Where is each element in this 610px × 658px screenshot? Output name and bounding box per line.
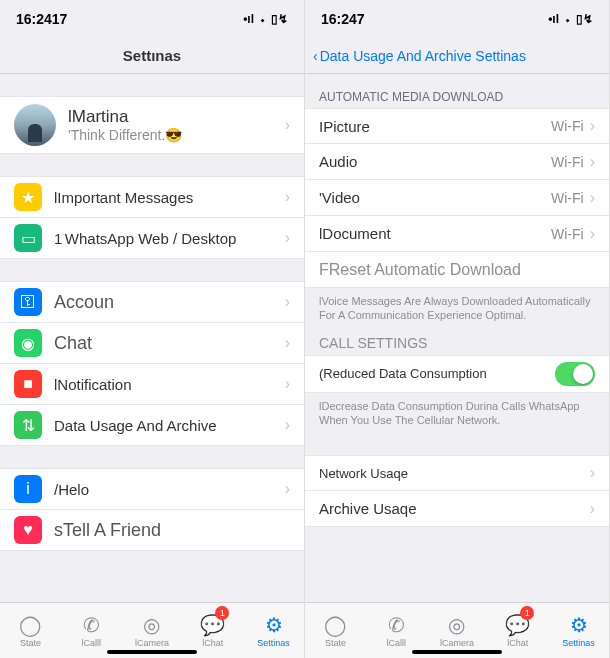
archive-usage-row[interactable]: Archive Usaqe › (305, 491, 609, 527)
row-label: (Reduced Data Consumption (319, 366, 555, 381)
tab-label: lCamera (440, 638, 474, 648)
row-value: Wi-Fi (551, 226, 584, 242)
camera-icon: ◎ (448, 614, 465, 636)
picture-row[interactable]: IPicture Wi-Fi › (305, 108, 609, 144)
row-label: Accoun (54, 292, 285, 313)
row-label: /Helo (54, 481, 285, 498)
account-row[interactable]: ⚿ Accoun › (0, 281, 304, 323)
tab-state[interactable]: ◯ State (305, 603, 366, 658)
chat-row[interactable]: ◉ Chat › (0, 323, 304, 364)
row-label: IPicture (319, 118, 551, 135)
chevron-right-icon: › (285, 293, 290, 311)
section-header-call: CALL SETTINGS (305, 329, 609, 355)
back-button[interactable]: ‹ Data Usage And Archive Settinas (313, 48, 526, 64)
row-value: Wi-Fi (551, 154, 584, 170)
chevron-right-icon: › (590, 153, 595, 171)
status-time: 16:2417 (16, 11, 67, 27)
nav-bar: ‹ Data Usage And Archive Settinas (305, 38, 609, 74)
network-usage-row[interactable]: Network Usaqe › (305, 455, 609, 491)
tab-label: Settinas (562, 638, 595, 648)
page-title: Settınas (123, 47, 181, 64)
chevron-right-icon: › (590, 189, 595, 207)
signal-icon: •ıl (548, 12, 559, 26)
row-label: 'Video (319, 189, 551, 206)
home-indicator[interactable] (107, 650, 197, 654)
chevron-right-icon: › (590, 117, 595, 135)
gear-icon: ⚙ (265, 614, 283, 636)
section-header-media: AUTOMATIC MEDIA DOWNLOAD (305, 84, 609, 108)
reduced-data-toggle[interactable] (555, 362, 595, 386)
info-icon: i (14, 475, 42, 503)
camera-icon: ◎ (143, 614, 160, 636)
tab-label: lChat (507, 638, 528, 648)
wifi-icon: ⬩ (564, 12, 571, 26)
chevron-right-icon: › (285, 229, 290, 247)
battery-icon: ▯↯ (576, 12, 593, 26)
signal-icon: •ıl (243, 12, 254, 26)
row-label: Archive Usaqe (319, 500, 590, 517)
status-indicators: •ıl ⬩ ▯↯ (243, 12, 288, 26)
key-icon: ⚿ (14, 288, 42, 316)
tab-label: lCamera (135, 638, 169, 648)
bell-icon: ■ (14, 370, 42, 398)
chevron-right-icon: › (285, 375, 290, 393)
tab-state[interactable]: ◯ State (0, 603, 61, 658)
chevron-right-icon: › (285, 334, 290, 352)
battery-icon: ▯↯ (271, 12, 288, 26)
nav-bar: Settınas (0, 38, 304, 74)
tab-settings[interactable]: ⚙ Settinas (243, 603, 304, 658)
important-messages-row[interactable]: ★ lImportant Messages › (0, 176, 304, 218)
status-bar: 16:247 •ıl ⬩ ▯↯ (305, 0, 609, 38)
chevron-right-icon: › (590, 464, 595, 482)
row-label: lNotification (54, 376, 285, 393)
row-label: Chat (54, 333, 285, 354)
section-footer-media: lVoice Messages Are Always Downloaded Au… (305, 288, 609, 329)
reduced-data-row[interactable]: (Reduced Data Consumption (305, 355, 609, 393)
heart-icon: ♥ (14, 516, 42, 544)
tab-label: State (20, 638, 41, 648)
arrows-icon: ⇅ (14, 411, 42, 439)
phone-icon: ✆ (388, 614, 405, 636)
audio-row[interactable]: Audio Wi-Fi › (305, 144, 609, 180)
avatar (14, 104, 56, 146)
data-usage-row[interactable]: ⇅ Data Usage And Archive › (0, 405, 304, 446)
chevron-left-icon: ‹ (313, 48, 318, 64)
tab-label: lCalll (81, 638, 101, 648)
tab-settings[interactable]: ⚙ Settinas (548, 603, 609, 658)
row-label: Network Usaqe (319, 466, 590, 481)
profile-name: lMartina (68, 107, 285, 127)
chevron-right-icon: › (285, 416, 290, 434)
settings-content[interactable]: lMartina 'Think Different.😎 › ★ lImporta… (0, 74, 304, 602)
home-indicator[interactable] (412, 650, 502, 654)
desktop-icon: ▭ (14, 224, 42, 252)
row-label: Audio (319, 153, 551, 170)
row-label: FReset Automatic Download (319, 261, 595, 279)
phone-icon: ✆ (83, 614, 100, 636)
chevron-right-icon: › (285, 116, 290, 134)
document-row[interactable]: lDocument Wi-Fi › (305, 216, 609, 252)
wifi-icon: ⬩ (259, 12, 266, 26)
profile-row[interactable]: lMartina 'Think Different.😎 › (0, 96, 304, 154)
whatsapp-icon: ◉ (14, 329, 42, 357)
help-row[interactable]: i /Helo › (0, 468, 304, 510)
row-value: Wi-Fi (551, 118, 584, 134)
section-footer-call: lDecrease Data Consumption Durina Calls … (305, 393, 609, 434)
status-indicators: •ıl ⬩ ▯↯ (548, 12, 593, 26)
circle-icon: ◯ (19, 614, 41, 636)
row-label: Data Usage And Archive (54, 417, 285, 434)
badge: 1 (520, 606, 534, 620)
tell-friend-row[interactable]: ♥ sTell A Friend (0, 510, 304, 551)
web-desktop-row[interactable]: ▭ 1 WhatsApp Web / Desktop › (0, 218, 304, 259)
notification-row[interactable]: ■ lNotification › (0, 364, 304, 405)
tab-label: lChat (202, 638, 223, 648)
chevron-right-icon: › (285, 188, 290, 206)
video-row[interactable]: 'Video Wi-Fi › (305, 180, 609, 216)
row-value: Wi-Fi (551, 190, 584, 206)
tab-label: Settinas (257, 638, 290, 648)
tab-label: State (325, 638, 346, 648)
circle-icon: ◯ (324, 614, 346, 636)
gear-icon: ⚙ (570, 614, 588, 636)
data-usage-content[interactable]: AUTOMATIC MEDIA DOWNLOAD IPicture Wi-Fi … (305, 74, 609, 602)
reset-row[interactable]: FReset Automatic Download (305, 252, 609, 288)
chevron-right-icon: › (590, 500, 595, 518)
